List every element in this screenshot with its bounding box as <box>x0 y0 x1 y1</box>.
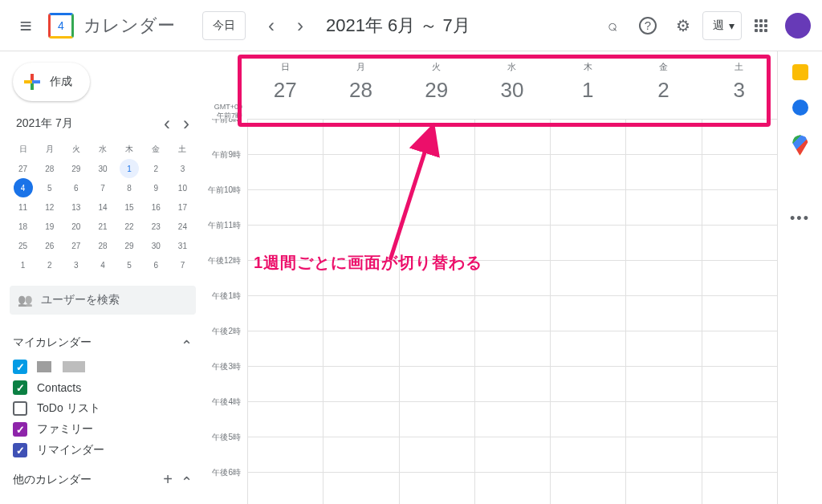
tasks-addon-icon[interactable] <box>792 100 808 116</box>
calendar-list-item[interactable]: ToDo リスト <box>10 398 196 419</box>
time-cell[interactable] <box>247 331 323 366</box>
account-avatar[interactable] <box>785 13 811 39</box>
mini-day-cell[interactable]: 7 <box>169 255 196 274</box>
mini-day-cell[interactable]: 9 <box>143 178 169 197</box>
mini-day-cell[interactable]: 10 <box>169 178 196 197</box>
keep-addon-icon[interactable] <box>792 64 808 80</box>
my-calendars-toggle[interactable]: マイカレンダー <box>10 329 196 356</box>
time-cell[interactable] <box>702 473 777 504</box>
time-cell[interactable] <box>247 190 323 225</box>
settings-button[interactable] <box>667 10 699 42</box>
calendar-checkbox[interactable] <box>13 422 27 437</box>
time-cell[interactable] <box>474 367 550 401</box>
time-cell[interactable] <box>625 331 701 366</box>
time-cell[interactable] <box>625 226 701 260</box>
time-cell[interactable] <box>550 367 625 401</box>
maps-addon-icon[interactable] <box>792 135 808 156</box>
time-cell[interactable] <box>625 402 701 437</box>
mini-day-cell[interactable]: 2 <box>143 159 169 178</box>
time-cell[interactable] <box>474 331 550 366</box>
calendar-list-item[interactable]: Contacts <box>10 377 196 398</box>
time-cell[interactable] <box>474 296 550 331</box>
mini-day-cell[interactable]: 28 <box>89 236 116 255</box>
mini-day-cell[interactable]: 1 <box>10 255 36 274</box>
mini-day-cell[interactable]: 15 <box>116 197 143 217</box>
view-switcher[interactable]: 週 <box>702 11 742 40</box>
time-cell[interactable] <box>399 367 474 401</box>
time-cell[interactable] <box>625 296 701 331</box>
time-cell[interactable] <box>702 261 777 295</box>
people-search-input[interactable]: ユーザーを検索 <box>10 286 196 315</box>
time-cell[interactable] <box>702 190 777 225</box>
time-cell[interactable] <box>625 261 701 295</box>
time-cell[interactable] <box>247 296 323 331</box>
mini-day-cell[interactable]: 23 <box>143 217 169 236</box>
mini-day-cell[interactable]: 30 <box>143 236 169 255</box>
search-button[interactable] <box>596 10 629 42</box>
mini-day-cell[interactable]: 5 <box>116 255 143 274</box>
time-cell[interactable] <box>550 437 625 472</box>
time-cell[interactable] <box>702 155 777 189</box>
calendar-list-item[interactable]: リマインダー <box>10 440 196 461</box>
mini-day-cell[interactable]: 4 <box>10 178 36 197</box>
mini-day-cell[interactable]: 3 <box>169 159 196 178</box>
time-cell[interactable] <box>247 437 323 472</box>
time-cell[interactable] <box>323 296 398 331</box>
mini-next-month[interactable] <box>177 114 196 133</box>
time-cell[interactable] <box>323 367 398 401</box>
mini-day-cell[interactable]: 19 <box>36 217 63 236</box>
time-cell[interactable] <box>625 190 701 225</box>
time-cell[interactable] <box>550 331 625 366</box>
mini-prev-month[interactable] <box>157 114 177 133</box>
time-cell[interactable] <box>702 367 777 401</box>
mini-day-cell[interactable]: 5 <box>36 178 63 197</box>
mini-day-cell[interactable]: 6 <box>143 255 169 274</box>
prev-period-button[interactable] <box>258 13 284 39</box>
mini-day-cell[interactable]: 12 <box>36 197 63 217</box>
mini-day-cell[interactable]: 27 <box>10 159 36 178</box>
time-cell[interactable] <box>323 437 398 472</box>
mini-day-cell[interactable]: 29 <box>116 236 143 255</box>
time-cell[interactable] <box>474 226 550 260</box>
mini-day-cell[interactable]: 6 <box>63 178 89 197</box>
time-cell[interactable] <box>550 296 625 331</box>
google-apps-button[interactable] <box>745 10 777 42</box>
time-cell[interactable] <box>474 402 550 437</box>
time-cell[interactable] <box>550 190 625 225</box>
add-calendar-button[interactable] <box>163 470 173 489</box>
mini-day-cell[interactable]: 14 <box>89 197 116 217</box>
create-button[interactable]: 作成 <box>13 63 90 101</box>
time-cell[interactable] <box>399 331 474 366</box>
time-cell[interactable] <box>625 155 701 189</box>
time-cell[interactable] <box>247 473 323 504</box>
time-cell[interactable] <box>399 402 474 437</box>
mini-day-cell[interactable]: 2 <box>36 255 63 274</box>
time-cell[interactable] <box>323 402 398 437</box>
time-cell[interactable] <box>323 473 398 504</box>
more-addons-button[interactable]: ••• <box>790 210 810 227</box>
time-cell[interactable] <box>702 296 777 331</box>
time-cell[interactable] <box>550 473 625 504</box>
time-cell[interactable] <box>247 367 323 401</box>
time-cell[interactable] <box>247 155 323 189</box>
main-menu-button[interactable] <box>10 10 42 42</box>
calendar-checkbox[interactable] <box>13 443 27 457</box>
mini-day-cell[interactable]: 20 <box>63 217 89 236</box>
mini-day-cell[interactable]: 22 <box>116 217 143 236</box>
mini-day-cell[interactable]: 3 <box>63 255 89 274</box>
calendar-list-item[interactable] <box>10 356 196 377</box>
time-cell[interactable] <box>550 402 625 437</box>
time-grid[interactable]: 午前8時午前9時午前10時午前11時午後12時午後1時午後2時午後3時午後4時午… <box>206 119 777 504</box>
time-cell[interactable] <box>399 437 474 472</box>
mini-day-cell[interactable]: 29 <box>63 159 89 178</box>
mini-day-cell[interactable]: 26 <box>36 236 63 255</box>
mini-day-cell[interactable]: 21 <box>89 217 116 236</box>
time-cell[interactable] <box>550 261 625 295</box>
time-cell[interactable] <box>399 473 474 504</box>
time-cell[interactable] <box>474 190 550 225</box>
calendar-logo[interactable]: 4 <box>45 10 77 42</box>
time-cell[interactable] <box>702 402 777 437</box>
mini-day-cell[interactable]: 24 <box>169 217 196 236</box>
time-cell[interactable] <box>625 367 701 401</box>
calendar-list-item[interactable]: ファミリー <box>10 419 196 440</box>
